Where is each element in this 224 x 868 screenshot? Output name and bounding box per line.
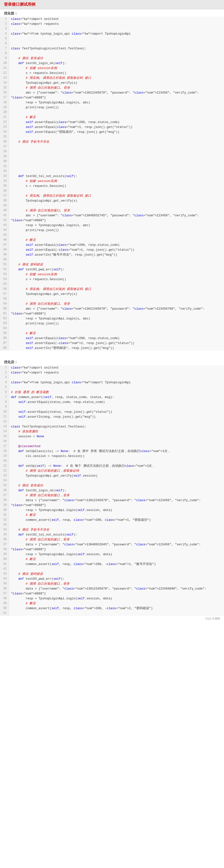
line-number: 9 [0, 56, 9, 61]
line-content: # 测试 密码错误 [9, 571, 224, 577]
line-number: 66 [0, 336, 9, 341]
line-content: resp = TpshopLoginApi.login(s, abc) [9, 223, 224, 228]
line-number: 20 [0, 459, 9, 464]
line-content: TpshopLoginApi.get_verify(self.session) [9, 473, 224, 478]
line-number: 42 [0, 567, 9, 571]
line-number: 16 [0, 439, 9, 444]
code-line: 38"class="num">8888"} [0, 547, 224, 552]
line-content: data = {"username": "class="num">1301234… [9, 498, 224, 503]
line-number: 3 [0, 375, 9, 380]
code-line: 19 print(resp.json()) [0, 105, 224, 110]
line-number: 56 [0, 287, 9, 292]
line-number: 3 [0, 27, 9, 31]
line-content: def test02_tel_not_exists(self): [9, 174, 224, 179]
line-number: 5 [0, 36, 9, 41]
code-line: 43 # 测试 密码错误 [0, 571, 224, 577]
line-content: self.assertEqual(status_code, resp.statu… [9, 400, 224, 405]
line-content [9, 159, 224, 164]
code-line: 48 resp = TpshopLoginApi.login(self.sess… [0, 596, 224, 601]
code-line: 8 [0, 51, 224, 56]
section-divider [0, 351, 224, 358]
line-content: self.assertIn("密码错误", resp.json().get("m… [9, 346, 224, 351]
line-content [9, 439, 224, 444]
line-number: 65 [0, 331, 9, 336]
line-content [9, 385, 224, 390]
code-line: 51 # 测试 密码错误 [0, 262, 224, 267]
line-content: self.assertEqual(class="num">200, resp.s… [9, 120, 224, 125]
line-number: 43 [0, 571, 9, 577]
code-line: 4class="kw">from tpshop_login_api class=… [0, 31, 224, 36]
line-content: # 调用 自己封装的接口，获取验证码 [9, 468, 224, 473]
line-number: 37 [0, 193, 9, 198]
line-content: resp = TpshopLoginApi.login(s, abc) [9, 316, 224, 321]
line-content [9, 282, 224, 287]
line-number: 22 [0, 468, 9, 473]
line-number: 21 [0, 464, 9, 468]
code-line: 27 # 调用 自己封装的接口，登录 [0, 493, 224, 498]
code-line: 41 common_assert(self, resp, class="num"… [0, 562, 224, 567]
code-line: 25 # 测试 登录成功 [0, 483, 224, 488]
line-number: 7 [0, 46, 9, 51]
line-content [9, 203, 224, 208]
line-number: 32 [0, 518, 9, 523]
line-content [9, 233, 224, 238]
line-number: 18 [0, 449, 9, 454]
code-line: 35 def test02_tel_not_exists(self): [0, 532, 224, 537]
code-line: 15 # 调用 自己封装的接口, 登录 [0, 86, 224, 90]
line-number: 46 [0, 238, 9, 243]
line-content: # 创建 session实例 [9, 66, 224, 71]
line-content: self.assertEqual(-class="num">1, resp.js… [9, 248, 224, 252]
code-line: 30 [0, 159, 224, 164]
code-line: 24 self.assertEqual("登陆成功", resp.json().… [0, 130, 224, 134]
line-content: def setUp(self) -> None: # 在 每个 测试方法执行之前… [9, 464, 224, 468]
code-line: 7class TestTpshopLogin(unittest.TestCase… [0, 46, 224, 51]
line-content: class="kw">from tpshop_login_api class="… [9, 31, 224, 36]
line-number: 12 [0, 71, 9, 75]
code-line: 57 TpshopLoginApi.get_verify(s) [0, 292, 224, 297]
code-line: 16 abc = {"username": "class="num">13012… [0, 90, 224, 95]
line-content: # 封装 通用 的 断言函数 [9, 390, 224, 395]
code-line: 58 [0, 297, 224, 302]
code-line: 35 s = requests.Session() [0, 184, 224, 189]
code-line: 5 [0, 36, 224, 41]
line-content: data = {"username": "class="num">1304893… [9, 542, 224, 547]
line-number: 24 [0, 130, 9, 134]
line-content: # 调用 自己封装的接口，登录 [9, 582, 224, 586]
code-line: 49 # 断言 [0, 601, 224, 606]
code-line: 6# 封装 通用 的 断言函数 [0, 390, 224, 395]
line-number: 62 [0, 316, 9, 321]
line-content: def test01_login_ok(self): [9, 488, 224, 493]
line-number: 64 [0, 326, 9, 331]
line-content: TpshopLoginApi.get_verify(s) [9, 81, 224, 86]
line-content: cls.session = requests.Session() [9, 454, 224, 459]
code-line: 49 self.assertIn("账号不存在", resp.json().ge… [0, 252, 224, 257]
code-line: 66 self.assertEqual(class="num">200, res… [0, 336, 224, 341]
after-code-block: 1class="kw">import unittest2class="kw">i… [0, 365, 224, 616]
line-number: 34 [0, 179, 9, 184]
line-content: # 用实例, 调用自己封装的 获取验证码 接口 [9, 287, 224, 292]
code-line: 7def common_assert(self, resp, status_co… [0, 395, 224, 400]
code-line: 30 resp = TpshopLoginApi.login(self.sess… [0, 508, 224, 513]
code-line: 26 def test01_login_ok(self): [0, 488, 224, 493]
line-content: abc = {"username": "class="num">13048932… [9, 213, 224, 218]
line-content: s = requests.Session() [9, 277, 224, 282]
line-number: 17 [0, 95, 9, 100]
line-content [9, 164, 224, 169]
line-number: 4 [0, 380, 9, 385]
line-content: common_assert(self, resp, class="num">20… [9, 518, 224, 523]
line-content: class="kw">import requests [9, 370, 224, 375]
code-line: 36 # 调用 自己封装的接口，登录 [0, 537, 224, 542]
line-number: 51 [0, 611, 9, 616]
line-content [9, 41, 224, 46]
line-number: 44 [0, 228, 9, 233]
code-line: 22 self.assertEqual(class="num">200, res… [0, 120, 224, 125]
code-line: 59 # 调用 自己封装的接口, 登录 [0, 302, 224, 306]
line-content: # 调用 自己封装的接口，登录 [9, 537, 224, 542]
line-content: # 断言 [9, 238, 224, 243]
line-content [9, 459, 224, 464]
line-content: print(resp.json()) [9, 105, 224, 110]
line-number: 61 [0, 311, 9, 316]
line-content [9, 257, 224, 262]
code-line: 2class="kw">import requests [0, 370, 224, 375]
line-number: 33 [0, 523, 9, 527]
